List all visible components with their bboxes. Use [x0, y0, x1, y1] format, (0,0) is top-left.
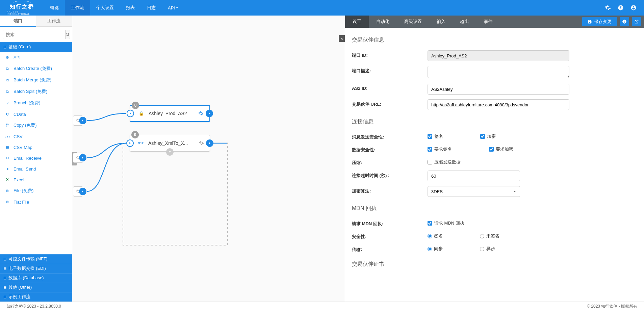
- logo-text: 知行之桥: [10, 3, 34, 10]
- cat-sample[interactable]: ⊞示例工作流: [0, 292, 72, 302]
- logo[interactable]: 知行之桥 ARCESB INTERNATIONAL: [0, 1, 44, 15]
- connector-flat-file[interactable]: 🗎Flat File: [0, 197, 72, 207]
- check-req-encrypt[interactable]: 要求加密: [489, 146, 513, 152]
- node-in-port[interactable]: [127, 110, 134, 117]
- node-in-port[interactable]: [126, 139, 134, 147]
- cat-core[interactable]: ⊟基础 (Core): [0, 42, 72, 52]
- nav-report[interactable]: 报表: [120, 0, 141, 16]
- node-settings-button[interactable]: [196, 138, 206, 148]
- save-button[interactable]: 保存变更: [582, 17, 617, 26]
- connector-copy[interactable]: ⿻Copy (免费): [0, 120, 72, 131]
- caret-down-icon: ▾: [176, 6, 178, 9]
- label-compress: 压缩:: [352, 158, 428, 166]
- connector-batch-split[interactable]: ⧉Batch Split (免费): [0, 86, 72, 97]
- sidebar-tab-workflow[interactable]: 工作流: [36, 16, 72, 27]
- help-icon[interactable]: [618, 5, 624, 11]
- flow-canvas[interactable]: ◀ × 0 🔒 Ashley_Prod_AS2: [72, 16, 345, 302]
- section-cert: 交易伙伴证书: [352, 261, 635, 268]
- radio-sync-input[interactable]: [428, 247, 432, 251]
- checkbox-req-mdn[interactable]: [428, 221, 432, 226]
- connector-csv[interactable]: CSVCSV: [0, 131, 72, 142]
- input-timeout[interactable]: [428, 171, 520, 181]
- check-req-mdn[interactable]: 请求 MDN 回执: [428, 220, 464, 226]
- connector-file[interactable]: 🗎File (免费): [0, 185, 72, 197]
- nav-personal[interactable]: 个人设置: [90, 0, 120, 16]
- tab-events[interactable]: 事件: [476, 16, 500, 28]
- stub-node-3[interactable]: [73, 186, 83, 197]
- tab-settings[interactable]: 设置: [345, 16, 369, 28]
- checkbox-compress[interactable]: [428, 160, 432, 164]
- label-port-id: 端口 ID:: [352, 50, 428, 58]
- checkbox-req-encrypt[interactable]: [489, 147, 494, 152]
- textarea-port-desc[interactable]: [428, 66, 569, 78]
- tab-automation[interactable]: 自动化: [369, 16, 397, 28]
- connector-batch-create[interactable]: ⧉Batch Create (免费): [0, 63, 72, 74]
- nav-log[interactable]: 日志: [141, 0, 162, 16]
- plus-icon: ⊞: [3, 266, 6, 271]
- sidebar-tab-port[interactable]: 端口: [0, 16, 36, 27]
- node-ashley-as2[interactable]: 0 🔒 Ashley_Prod_AS2: [130, 105, 210, 122]
- stub-out-port[interactable]: [79, 154, 86, 161]
- plus-icon: ⊞: [3, 295, 6, 299]
- stub-node-2[interactable]: [73, 153, 83, 163]
- check-encrypt[interactable]: 加密: [480, 133, 496, 139]
- select-algo[interactable]: 3DES: [428, 186, 520, 197]
- input-partner-url[interactable]: [428, 99, 569, 110]
- node-label: Ashley_XmlTo_X...: [146, 140, 196, 146]
- label-as2-id: AS2 ID:: [352, 84, 428, 91]
- connector-branch[interactable]: ⑂Branch (免费): [0, 97, 72, 109]
- node-down-port[interactable]: [166, 148, 174, 156]
- xml-icon: X12: [136, 138, 146, 148]
- radio-unsigned[interactable]: 未签名: [480, 233, 499, 239]
- search-button[interactable]: [65, 30, 70, 39]
- stub-out-port[interactable]: [79, 117, 86, 124]
- radio-unsigned-input[interactable]: [480, 234, 484, 238]
- nav-api[interactable]: API▾: [162, 0, 184, 16]
- cat-mft[interactable]: ⊞可控文件传输 (MFT): [0, 254, 72, 264]
- checkbox-encrypt[interactable]: [480, 134, 485, 139]
- nav-workflow[interactable]: 工作流: [65, 0, 90, 16]
- tab-advanced[interactable]: 高级设置: [397, 16, 429, 28]
- stub-out-port[interactable]: [79, 188, 86, 195]
- checkbox-sign[interactable]: [428, 134, 432, 139]
- radio-async[interactable]: 异步: [480, 246, 495, 252]
- radio-sync[interactable]: 同步: [428, 246, 443, 252]
- connector-excel[interactable]: XExcel: [0, 174, 72, 185]
- node-out-port[interactable]: [206, 110, 213, 117]
- connector-email-receive[interactable]: ✉Email Receive: [0, 153, 72, 163]
- check-req-sign[interactable]: 要求签名: [428, 146, 452, 152]
- search-input[interactable]: [3, 30, 65, 39]
- search-icon: [66, 32, 70, 37]
- connector-csv-map[interactable]: ▦CSV Map: [0, 142, 72, 153]
- label-data-security: 数据安全性:: [352, 145, 428, 153]
- radio-signed-input[interactable]: [428, 234, 432, 238]
- check-compress[interactable]: 压缩发送数据: [428, 159, 461, 165]
- info-icon: [622, 19, 627, 24]
- radio-async-input[interactable]: [480, 247, 484, 251]
- user-icon[interactable]: [630, 5, 637, 11]
- node-ashley-xml[interactable]: 0 X12 Ashley_XmlTo_X...: [130, 135, 210, 152]
- node-out-port[interactable]: [206, 139, 213, 147]
- connector-email-send[interactable]: ➤Email Send: [0, 163, 72, 174]
- checkbox-req-sign[interactable]: [428, 147, 432, 152]
- info-button[interactable]: [620, 17, 629, 26]
- input-as2-id[interactable]: [428, 84, 569, 95]
- cat-edi[interactable]: ⊞电子数据交换 (EDI): [0, 264, 72, 273]
- check-sign[interactable]: 签名: [428, 133, 443, 139]
- connector-api[interactable]: ⚙API: [0, 52, 72, 63]
- node-settings-button[interactable]: [196, 108, 206, 119]
- radio-signed[interactable]: 签名: [428, 233, 443, 239]
- gear-small-icon: ⚙: [5, 55, 10, 60]
- tab-input[interactable]: 输入: [429, 16, 453, 28]
- connector-cdata[interactable]: CCData: [0, 109, 72, 120]
- cat-database[interactable]: ⊞数据库 (Database): [0, 273, 72, 283]
- stub-node-1[interactable]: [73, 115, 83, 126]
- connector-batch-merge[interactable]: ⧉Batch Merge (免费): [0, 74, 72, 86]
- input-port-id[interactable]: [428, 50, 569, 61]
- cat-other[interactable]: ⊞其他 (Other): [0, 283, 72, 292]
- popout-button[interactable]: [632, 17, 641, 26]
- tab-output[interactable]: 输出: [453, 16, 476, 28]
- gear-icon[interactable]: [605, 5, 611, 11]
- batch-icon: ⧉: [5, 66, 10, 71]
- nav-overview[interactable]: 概览: [44, 0, 65, 16]
